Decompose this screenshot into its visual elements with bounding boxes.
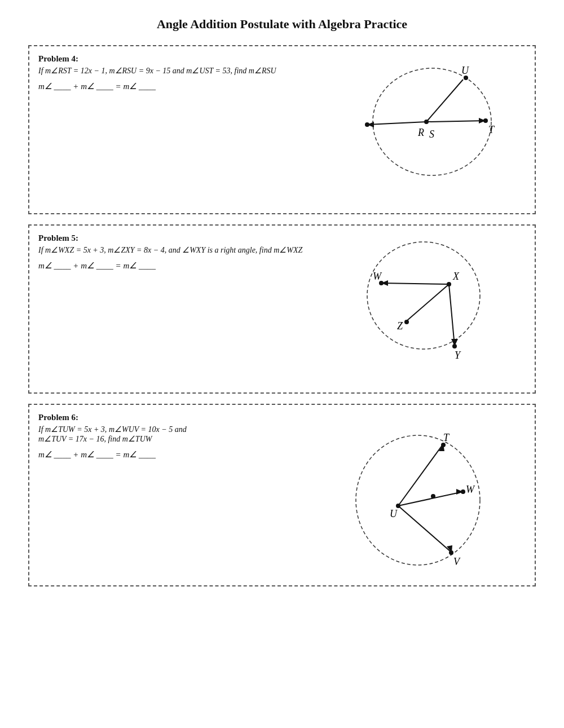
svg-line-19 xyxy=(407,284,449,321)
svg-text:W: W xyxy=(466,484,475,495)
problem-5-box: Problem 5: If m∠WXZ = 5x + 3, m∠ZXY = 8x… xyxy=(28,224,536,394)
problem-4-label: Problem 4: xyxy=(38,54,306,64)
svg-point-7 xyxy=(365,122,369,127)
problem-5-text: If m∠WXZ = 5x + 3, m∠ZXY = 8x − 4, and ∠… xyxy=(38,245,306,255)
problem-5-diagram: W X Z Y xyxy=(350,233,497,369)
problem-4-equation: m∠ ____ + m∠ ____ = m∠ ____ xyxy=(38,81,306,91)
problem-6-text: If m∠TUW = 5x + 3, m∠WUV = 10x − 5 and m… xyxy=(38,425,306,444)
svg-point-23 xyxy=(404,320,409,324)
svg-point-20 xyxy=(447,282,451,286)
svg-text:U: U xyxy=(390,508,398,519)
problem-4-text: If m∠RST = 12x − 1, m∠RSU = 9x − 15 and … xyxy=(38,66,306,76)
svg-point-35 xyxy=(396,504,400,508)
svg-point-39 xyxy=(431,494,435,498)
problem-5-equation: m∠ ____ + m∠ ____ = m∠ ____ xyxy=(38,261,306,271)
svg-text:T: T xyxy=(443,432,450,443)
svg-text:W: W xyxy=(373,271,382,282)
svg-text:Y: Y xyxy=(455,350,461,361)
svg-point-8 xyxy=(483,118,488,123)
svg-text:T: T xyxy=(488,124,495,135)
svg-line-17 xyxy=(449,284,455,346)
problem-5-label: Problem 5: xyxy=(38,233,306,243)
svg-line-1 xyxy=(367,122,426,125)
svg-line-15 xyxy=(381,283,449,284)
page-title: Angle Addition Postulate with Algebra Pr… xyxy=(28,17,536,32)
svg-line-3 xyxy=(426,121,486,122)
svg-text:Z: Z xyxy=(397,320,403,332)
svg-point-28 xyxy=(356,435,480,565)
svg-text:X: X xyxy=(452,271,460,282)
svg-point-14 xyxy=(367,242,480,349)
svg-text:V: V xyxy=(453,556,461,567)
svg-text:S: S xyxy=(429,129,434,140)
problem-6-label: Problem 6: xyxy=(38,413,306,422)
problem-6-box: Problem 6: If m∠TUW = 5x + 3, m∠WUV = 10… xyxy=(28,404,536,586)
problem-6-equation: m∠ ____ + m∠ ____ = m∠ ____ xyxy=(38,449,306,460)
svg-line-29 xyxy=(398,444,443,506)
svg-text:U: U xyxy=(461,65,469,76)
svg-point-36 xyxy=(441,443,446,447)
problem-6-diagram: T U W V xyxy=(347,413,500,576)
svg-line-31 xyxy=(398,492,463,506)
svg-text:R: R xyxy=(417,127,424,138)
svg-line-5 xyxy=(426,80,463,122)
svg-point-37 xyxy=(461,489,465,494)
svg-point-9 xyxy=(464,76,468,80)
svg-point-22 xyxy=(452,344,457,348)
svg-point-6 xyxy=(424,120,429,124)
problem-4-diagram: U R S T xyxy=(345,54,503,178)
svg-line-33 xyxy=(398,506,452,553)
svg-point-38 xyxy=(449,550,453,555)
problem-4-box: Problem 4: If m∠RST = 12x − 1, m∠RSU = 9… xyxy=(28,45,536,214)
